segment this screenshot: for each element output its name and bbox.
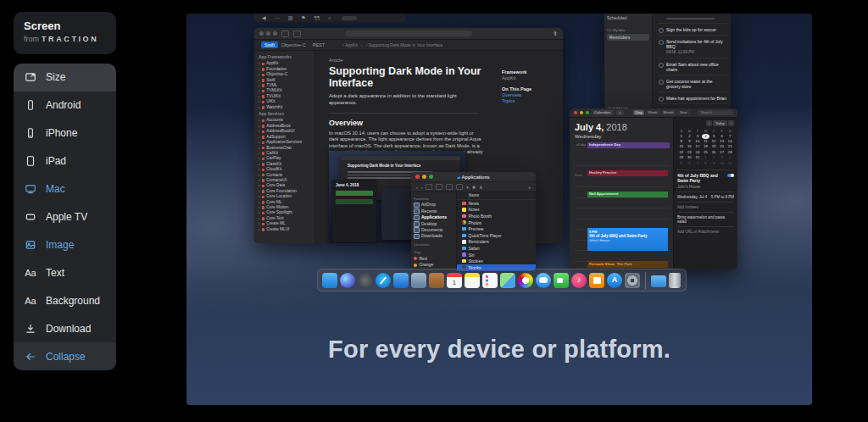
app-icon [462,208,466,212]
finder-file-row: QuickTime Player [457,232,536,239]
apple-tv-icon [25,211,36,223]
paragraph-icon: ¶¶ [314,14,320,22]
reminder-row: Send invitations for 4th of July BBQ 04/… [658,36,727,58]
folder-icon [414,221,420,227]
back-icon: ◀ [262,14,266,22]
finder-file-list: Name News Notes Photo Booth Photos Previ… [457,192,536,271]
sidebar-item-android[interactable]: Android [14,92,116,119]
sidebar-item-text[interactable]: Aa Text [14,258,116,286]
event-hockey-practice: Hockey Practice [587,170,668,176]
collapse-arrow-icon [25,351,36,363]
overview-heading: Overview [329,119,554,127]
download-icon [25,323,36,335]
share-icon: ⬆ [479,185,482,190]
figure-calendar-thumbnail: June 4, 2018 [332,180,376,242]
system-preferences-dock-icon [625,273,640,288]
background-aa-icon: Aa [25,296,36,306]
finder-toolbar: ‹ › ▾ ✱ ⬆ » [411,182,536,192]
finder-sidebar-item: Documents [414,227,453,233]
next-day-button: › [728,120,734,126]
folder-icon [414,215,420,221]
app-icon [462,214,466,219]
reminders-list-item: Reminders [607,34,649,41]
event-bbq-swim-party: 5 PM 4th of July BBQ and Swim Party John… [587,228,668,251]
view-tab: Week [645,110,659,116]
grid-icon: ▥ [288,14,293,22]
sidebar-collapse-button[interactable]: Collapse [14,342,116,370]
reminder-row: Sign the kids up for soccer [658,24,727,36]
group-icon: ▾ [466,185,469,190]
traffic-lights [415,175,433,179]
brand-from: from [24,35,39,43]
sidebar-item-ipad[interactable]: iPad [14,147,116,175]
cropped-window-toolbar: ◀ ⋯ ▥ ⚑ ¶¶ ⌕ [254,14,405,22]
docs-titlebar: ⬆ [254,28,563,40]
calendars-button: Calendars [592,110,614,116]
search-icon: ⌕ [328,14,331,22]
mail-dock-icon [393,273,409,288]
sidebar-item-apple-tv[interactable]: Apple TV [14,203,116,231]
action-gear-icon: ✱ [472,185,476,190]
finder-file-row: Siri [457,252,536,258]
view-tab: Year [677,110,690,116]
mini-month: SMTWTFS 12345678910111213141516171819202… [677,129,734,166]
traffic-lights [574,111,589,114]
dock-separator [645,272,646,289]
sidebar-item-mac[interactable]: Mac [14,175,116,203]
flag-icon: ⚑ [301,14,305,22]
reminders-scheduled-item: Scheduled [607,15,649,20]
finder-file-row: Photos [457,219,536,226]
launchpad-dock-icon [358,273,373,288]
calendar-inspector: ‹ Today › SMTWTFS 1234567891011121314151… [673,118,737,269]
article-meta: Framework AppKit On This Page Overview T… [502,69,554,104]
finder-dock-icon [322,273,337,288]
finder-file-row: Stickies [457,258,536,264]
trash-dock-icon [669,273,681,288]
view-tab: Month [661,110,676,116]
sidebar-item-size[interactable]: Size [14,64,116,92]
mini-month-day: 10 [718,161,726,166]
sidebar-item-download[interactable]: Download [14,314,116,342]
sidebar-item-background[interactable]: Aa Background [14,286,116,314]
finder-sidebar-item: Applications [414,214,453,220]
android-phone-icon [25,99,36,111]
finder-sidebar-item: Downloads [414,233,453,239]
share-icon: ⬆ [553,31,558,36]
finder-sidebar-item: Desktop [414,221,453,227]
finder-tag-item: Red [414,256,453,262]
image-icon [25,239,36,251]
calendar-toolbar: Calendars + DayWeekMonthYear Search [570,108,737,118]
event-detail: 4th of July BBQ and Swim Party John's Ho… [677,169,734,234]
finder-file-row: Reminders [457,239,536,246]
language-tab: REST [309,42,329,48]
contacts-dock-icon [429,273,444,288]
column-view-icon [446,184,453,190]
maps-dock-icon [500,273,515,288]
tab-overview-icon [293,31,301,37]
app-icon [462,220,466,225]
finder-window: Applications ‹ › ▾ ✱ ⬆ » Favorites AirDr… [411,172,536,271]
language-tab: Swift [261,42,278,48]
preview-dock-icon [411,273,426,288]
sidebar-item-image[interactable]: Image [14,230,116,258]
folder-icon [414,234,420,240]
app-icon [462,247,466,251]
app-logo: Screen fromTRACTION [14,12,116,54]
finder-titlebar: Applications [411,172,536,182]
list-view-icon [436,184,442,190]
app-icon [462,234,466,238]
canvas-panel[interactable]: ◀ ⋯ ▥ ⚑ ¶¶ ⌕ ⬆ SwiftObjective-CREST AppK… [186,14,812,405]
folder-icon [414,227,420,233]
event-nail-appointment: Nail Appointment [587,192,668,197]
calendar-dock-icon [447,273,462,288]
finder-sidebar-item: AirDrop [414,202,453,208]
reminder-row: Email Sam about new office chairs [658,58,727,75]
app-icon [462,202,466,206]
day-view: July 4, 2018 Wednesday all-day Independe… [570,118,673,269]
gallery-view-icon [456,184,463,190]
folder-icon [414,203,420,208]
sidebar-item-iphone[interactable]: iPhone [14,119,116,147]
tag-color-dot [414,264,417,267]
zoom-pill [342,16,357,20]
calendar-search-field: Search [698,110,733,115]
